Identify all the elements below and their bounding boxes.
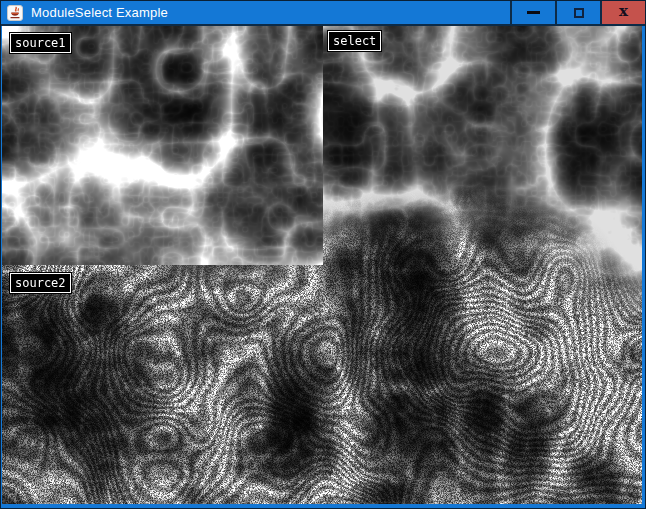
maximize-icon [574,8,584,18]
window-title: ModuleSelect Example [31,1,168,24]
close-button[interactable]: x [600,1,645,24]
app-window: ModuleSelect Example x source1 select so… [0,0,646,509]
minimize-icon [527,11,540,14]
maximize-button[interactable] [555,1,600,24]
source2-label: source2 [10,273,71,293]
minimize-button[interactable] [510,1,555,24]
java-app-icon [7,5,23,21]
render-area: source1 select source2 [2,26,642,504]
source1-label: source1 [10,33,71,53]
source1-image [2,26,323,265]
close-icon: x [619,4,628,19]
titlebar[interactable]: ModuleSelect Example x [1,1,645,26]
window-controls: x [510,1,645,24]
select-label: select [328,31,381,51]
